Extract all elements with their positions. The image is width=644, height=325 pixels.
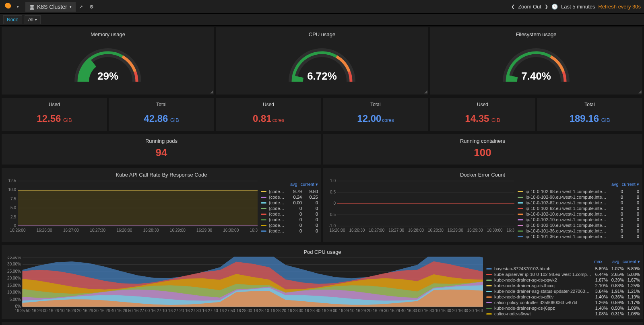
legend-item[interactable]: {code="201"} 00 (261, 222, 318, 228)
svg-text:16:30:30: 16:30:30 (458, 309, 474, 313)
gauge-panel[interactable]: Memory usage 29% ◢ (2, 27, 214, 95)
legend-item[interactable]: calico-node-s6wwt 1.08%0.31%1.08% (486, 311, 640, 317)
legend-item[interactable]: ip-10-0-102-10.eu-west-1.compute.interna… (518, 222, 639, 228)
graphs-row-1: Kube API Call Rate By Response Code 12.5… (0, 166, 644, 243)
svg-text:10.00%: 10.00% (7, 290, 21, 294)
legend-item[interactable]: {code="403"} 00 (261, 206, 318, 211)
svg-text:16:30:30: 16:30:30 (507, 228, 514, 232)
stat-title: Used (218, 99, 319, 111)
stat-title: Total (539, 99, 640, 111)
legend-item[interactable]: ip-10-0-102-10.eu-west-1.compute.interna… (518, 211, 639, 217)
legend-item[interactable]: kube-node-drainer-sg-ds-g8tjv 1.40%0.36%… (486, 294, 640, 300)
legend-label: {code="0"} (269, 228, 286, 233)
clock-icon: 🕓 (551, 4, 558, 10)
kube-api-panel[interactable]: Kube API Call Rate By Response Code 12.5… (2, 168, 321, 242)
legend-item[interactable]: {code="404"} 0.240.25 (261, 194, 318, 200)
svg-text:16:26:30: 16:26:30 (83, 309, 99, 313)
svg-text:16:29:30: 16:29:30 (196, 228, 212, 232)
svg-text:16:30:20: 16:30:20 (441, 309, 457, 313)
dropdown-caret-icon[interactable]: ▾ (14, 3, 22, 10)
legend-color-icon (518, 230, 523, 232)
svg-text:16:28:10: 16:28:10 (254, 309, 269, 313)
podcpu-chart[interactable]: 35.00%30.00%25.00%20.00%15.00%10.00%5.00… (4, 257, 483, 313)
svg-text:16:30:10: 16:30:10 (424, 309, 440, 313)
legend-item[interactable]: kube-node-drainer-sg-ds-lhccq 2.10%0.83%… (486, 283, 640, 288)
legend-label: calico-policy-controller-3259080063-w87b… (494, 300, 592, 305)
legend-item[interactable]: kube-node-drainer-sg-ds-pqwk2 1.67%0.39%… (486, 277, 640, 283)
legend-item[interactable]: ip-10-0-102-98.eu-west-1.compute.interna… (518, 189, 639, 194)
legend-item[interactable]: ip-10-0-102-98.eu-west-1.compute.interna… (518, 194, 639, 200)
legend-item[interactable]: kube-node-drainer-asg-status-updater-227… (486, 288, 640, 294)
stat-value: 12.56 (37, 113, 61, 124)
docker-chart[interactable]: 1.00.50-0.5-1.016:26:0016:26:3016:27:001… (325, 179, 514, 232)
pod-cpu-panel[interactable]: Pod CPU usage 35.00%30.00%25.00%20.00%15… (2, 245, 643, 319)
stat-panel[interactable]: Total 189.16 GiB (537, 98, 642, 131)
legend-item[interactable]: {code="0"} 00 (261, 228, 318, 234)
legend-item[interactable]: ip-10-0-101-36.eu-west-1.compute.interna… (518, 228, 639, 234)
panel-title: Docker Error Count (325, 169, 640, 179)
legend-label: kube-node-drainer-sg-ds-pqwk2 (494, 278, 592, 282)
legend-color-icon (486, 274, 492, 275)
legend-item[interactable]: {code="200"} 9.799.80 (261, 189, 318, 194)
zoom-out-button[interactable]: Zoom Out (518, 4, 541, 10)
stat-panel[interactable]: Used 0.81cores (216, 98, 321, 131)
legend-item[interactable]: ip-10-0-102-62.eu-west-1.compute.interna… (518, 206, 639, 211)
legend-color-icon (518, 197, 523, 198)
stat-panel[interactable]: Total 42.86 GiB (109, 98, 214, 131)
stat-value: 12.00 (357, 113, 381, 124)
legend-color-icon (261, 219, 266, 220)
legend-item[interactable]: kube-apiserver-ip-10-0-102-98.eu-west-1.… (486, 272, 640, 277)
time-forward-icon[interactable]: ❯ (545, 4, 548, 9)
gear-icon[interactable]: ⚙ (86, 2, 97, 11)
legend-label: kube-node-drainer-sg-ds-g8tjv (494, 294, 592, 299)
panel-title: Running containers (325, 136, 640, 146)
svg-text:16:27:50: 16:27:50 (219, 309, 235, 313)
resize-handle-icon[interactable]: ◢ (424, 89, 427, 94)
legend-color-icon (518, 219, 523, 220)
stat-panel[interactable]: Used 14.35 GiB (430, 98, 535, 131)
legend-item[interactable]: ip-10-0-101-36.eu-west-1.compute.interna… (518, 234, 639, 239)
legend-item[interactable]: {code="202"} 00 (261, 217, 318, 222)
grafana-logo-icon[interactable] (3, 2, 14, 12)
legend-item[interactable]: ip-10-0-102-10.eu-west-1.compute.interna… (518, 217, 639, 222)
time-back-icon[interactable]: ❮ (511, 4, 515, 9)
legend-item[interactable]: kube-node-drainer-sg-ds-j6ppz 1.48%0.50%… (486, 305, 640, 311)
stat-panel[interactable]: Total 12.00cores (323, 98, 428, 131)
stat-panel[interactable]: Used 12.56 GiB (2, 98, 107, 131)
time-range-picker[interactable]: Last 5 minutes (561, 4, 595, 10)
resize-handle-icon[interactable]: ◢ (210, 89, 213, 94)
podmem-row: Pod memory usage 1.2 GiB954 MiB715 MiB47… (0, 321, 644, 325)
docker-error-panel[interactable]: Docker Error Count 1.00.50-0.5-1.016:26:… (323, 168, 642, 242)
legend-item[interactable]: bayesian-3724370102-htxpb 5.89%1.07%5.89… (486, 266, 640, 272)
api-chart[interactable]: 12.510.07.55.02.5016:26:0016:26:3016:27:… (4, 179, 258, 232)
svg-text:16:27:00: 16:27:00 (369, 228, 384, 232)
gauge-value: 7.40% (521, 70, 551, 82)
panel-title: Running pods (4, 136, 319, 146)
var-node-label: Node (3, 15, 22, 24)
share-icon[interactable]: ↗ (76, 2, 86, 11)
dashboard-grid-icon: ▦ (29, 4, 35, 10)
legend-label: bayesian-3724370102-htxpb (494, 266, 592, 271)
stat-unit: GiB (600, 117, 610, 123)
refresh-interval[interactable]: Refresh every 30s (599, 4, 641, 10)
panel-title: CPU usage (218, 29, 426, 39)
svg-text:16:27:30: 16:27:30 (388, 228, 404, 232)
svg-text:16:28:30: 16:28:30 (143, 228, 159, 232)
gauge-panel[interactable]: CPU usage 6.72% ◢ (216, 27, 428, 95)
pod-memory-panel[interactable]: Pod memory usage 1.2 GiB954 MiB715 MiB47… (2, 322, 643, 325)
legend-item[interactable]: ip-10-0-102-62.eu-west-1.compute.interna… (518, 200, 639, 206)
svg-text:16:26:30: 16:26:30 (349, 228, 365, 232)
legend-item[interactable]: {code="409"} 0.000 (261, 200, 318, 206)
svg-text:1.0: 1.0 (330, 179, 336, 183)
resize-handle-icon[interactable]: ◢ (638, 89, 642, 94)
dashboard-picker[interactable]: ▦ K8S Cluster ▾ (25, 2, 76, 12)
legend-item[interactable]: {code="400"} 00 (261, 211, 318, 217)
svg-text:16:30:40: 16:30:40 (475, 309, 483, 313)
gauge-panel[interactable]: Filesystem usage 7.40% ◢ (430, 27, 642, 95)
api-legend: avg current ▾ {code="200"} 9.799.80 {cod… (258, 179, 319, 234)
var-node-value[interactable]: All ▾ (25, 15, 41, 24)
legend-color-icon (486, 313, 492, 315)
bigcount-panel[interactable]: Running pods 94 (2, 134, 321, 165)
legend-item[interactable]: calico-policy-controller-3259080063-w87b… (486, 300, 640, 305)
bigcount-panel[interactable]: Running containers 100 (323, 134, 642, 165)
